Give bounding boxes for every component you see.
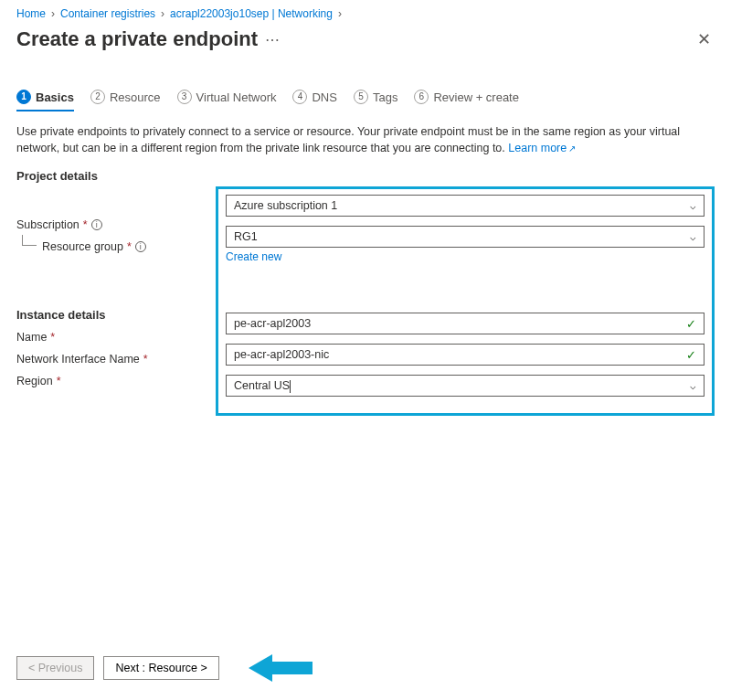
- chevron-down-icon: ⌵: [690, 380, 696, 392]
- external-link-icon: ↗: [568, 143, 576, 154]
- checkmark-icon: ✓: [686, 317, 696, 331]
- info-icon[interactable]: i: [91, 219, 102, 230]
- tab-label: Tags: [373, 90, 397, 104]
- step-number-icon: 4: [292, 90, 307, 104]
- main-content: Use private endpoints to privately conne…: [0, 112, 731, 423]
- input-value: pe-acr-apl2003: [234, 317, 311, 330]
- tab-label: Resource: [110, 90, 161, 104]
- description-body: Use private endpoints to privately conne…: [16, 125, 680, 154]
- breadcrumb-registries[interactable]: Container registries: [60, 7, 155, 20]
- input-value: pe-acr-apl2003-nic: [234, 348, 329, 361]
- tab-label: Basics: [36, 90, 74, 104]
- checkmark-icon: ✓: [686, 348, 696, 362]
- chevron-down-icon: ⌵: [690, 231, 696, 243]
- select-value: Azure subscription 1: [234, 199, 337, 212]
- description-text: Use private endpoints to privately conne…: [16, 123, 715, 156]
- step-number-icon: 2: [90, 90, 105, 104]
- create-new-link[interactable]: Create new: [226, 250, 281, 263]
- select-value: RG1: [234, 230, 258, 243]
- label-region: Region*: [16, 375, 199, 387]
- nic-name-input[interactable]: pe-acr-apl2003-nic ✓: [226, 344, 705, 366]
- tab-review-create[interactable]: 6 Review + create: [414, 84, 519, 111]
- indent-line: [22, 235, 37, 246]
- tab-virtual-network[interactable]: 3 Virtual Network: [177, 84, 277, 111]
- step-number-icon: 6: [414, 90, 429, 104]
- breadcrumb: Home › Container registries › acrapl2200…: [0, 0, 731, 24]
- section-instance-details: Instance details: [16, 308, 216, 322]
- breadcrumb-home[interactable]: Home: [16, 7, 46, 20]
- highlighted-fields: Azure subscription 1 ⌵ RG1 ⌵ Create new: [216, 186, 715, 416]
- section-project-details: Project details: [16, 169, 715, 183]
- close-icon[interactable]: ✕: [694, 26, 715, 53]
- tab-label: DNS: [312, 90, 336, 104]
- name-input[interactable]: pe-acr-apl2003 ✓: [226, 313, 705, 334]
- breadcrumb-resource[interactable]: acrapl22003jo10sep | Networking: [170, 7, 333, 20]
- tab-dns[interactable]: 4 DNS: [292, 84, 336, 111]
- chevron-right-icon: ›: [161, 7, 164, 20]
- step-number-icon: 5: [354, 90, 368, 104]
- chevron-right-icon: ›: [51, 7, 55, 20]
- select-value: Central US: [234, 379, 291, 393]
- page-title: Create a private endpoint: [16, 27, 258, 51]
- step-number-icon: 3: [177, 90, 192, 104]
- tab-label: Review + create: [433, 90, 519, 104]
- learn-more-link[interactable]: Learn more↗: [508, 142, 576, 154]
- label-name: Name*: [16, 331, 199, 344]
- chevron-right-icon: ›: [338, 7, 342, 20]
- label-nic-name: Network Interface Name*: [16, 353, 199, 366]
- label-resource-group: Resource group* i: [42, 240, 199, 253]
- page-header: Create a private endpoint ⋯ ✕: [0, 24, 731, 66]
- region-select[interactable]: Central US ⌵: [226, 375, 705, 397]
- tab-resource[interactable]: 2 Resource: [90, 84, 161, 111]
- step-number-icon: 1: [16, 90, 31, 104]
- subscription-select[interactable]: Azure subscription 1 ⌵: [226, 195, 705, 217]
- info-icon[interactable]: i: [135, 241, 146, 252]
- more-icon[interactable]: ⋯: [258, 31, 280, 48]
- wizard-tabs: 1 Basics 2 Resource 3 Virtual Network 4 …: [0, 84, 731, 112]
- tab-basics[interactable]: 1 Basics: [16, 84, 74, 111]
- chevron-down-icon: ⌵: [690, 200, 696, 212]
- label-subscription: Subscription* i: [16, 218, 199, 231]
- resource-group-select[interactable]: RG1 ⌵: [226, 226, 705, 248]
- tab-tags[interactable]: 5 Tags: [354, 84, 397, 111]
- tab-label: Virtual Network: [196, 90, 277, 104]
